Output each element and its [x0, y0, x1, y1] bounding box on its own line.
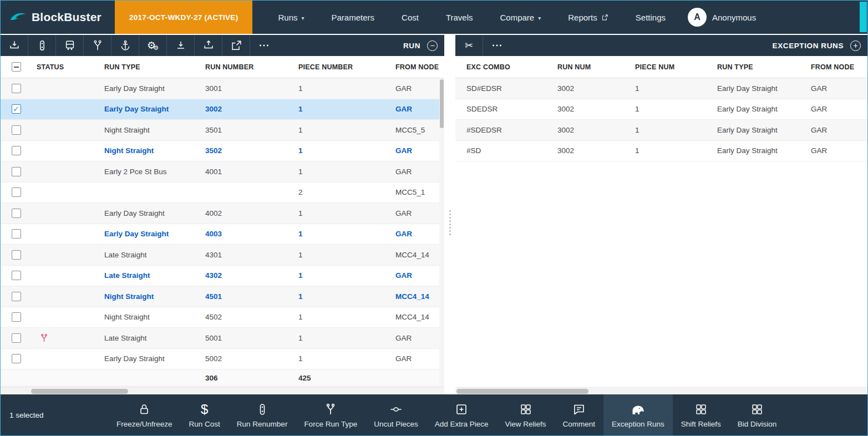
nav-reports[interactable]: Reports [568, 13, 608, 22]
run-number-cell: 3502 [200, 146, 293, 155]
scrollbar-thumb[interactable] [31, 389, 128, 394]
table-row[interactable]: Night Straight 4502 1 MCC4_14 [1, 307, 444, 328]
action-exception-runs[interactable]: Exception Runs [603, 394, 673, 435]
download-icon [175, 39, 187, 52]
column-header-exc-combo[interactable]: EXC COMBO [466, 63, 552, 71]
column-header-piece-num[interactable]: PIECE NUM [630, 63, 712, 71]
column-header-run-num[interactable]: RUN NUM [552, 63, 630, 71]
row-checkbox[interactable] [1, 250, 32, 260]
splitter-grip-icon [449, 210, 451, 235]
table-row[interactable]: Early Day Straight 4002 1 GAR [1, 203, 444, 224]
table-row[interactable]: SD#EDSR 3002 1 Early Day Straight GAR [455, 78, 867, 99]
from-node-cell: GAR [390, 146, 444, 155]
table-row[interactable]: Night Straight 3502 1 GAR [1, 141, 444, 162]
column-header-run-type[interactable]: RUN TYPE [712, 63, 806, 71]
row-checkbox[interactable] [1, 292, 32, 301]
column-header-from-node[interactable]: FROM NODE [390, 63, 444, 71]
vertical-scrollbar[interactable] [439, 78, 444, 386]
run-num-cell: 3002 [552, 126, 630, 134]
run-type-cell: Night Straight [99, 313, 200, 321]
row-checkbox[interactable] [1, 187, 32, 197]
table-row[interactable]: Night Straight 3501 1 MCC5_5 [1, 120, 444, 141]
row-checkbox[interactable] [1, 104, 32, 114]
row-checkbox[interactable] [1, 354, 32, 363]
column-header-piece-number[interactable]: PIECE NUMBER [293, 63, 390, 71]
action-view-reliefs[interactable]: View Reliefs [497, 394, 555, 435]
action-freeze-unfreeze[interactable]: Freeze/Unfreeze [108, 394, 181, 435]
run-type-cell: Early 2 Pce St Bus [99, 168, 200, 176]
add-exception-run-button[interactable]: + [850, 40, 861, 51]
table-row[interactable]: Early Day Straight 3001 1 GAR [1, 78, 444, 99]
nav-runs[interactable]: Runs▾ [278, 13, 304, 22]
scrollbar-thumb[interactable] [456, 389, 588, 394]
column-header-run-type[interactable]: RUN TYPE [99, 63, 200, 71]
anchor-tool-button[interactable] [111, 35, 139, 56]
table-row[interactable]: Late Straight 4302 1 GAR [1, 266, 444, 287]
more-button[interactable] [250, 35, 278, 56]
select-all-checkbox[interactable] [1, 62, 32, 72]
horizontal-scrollbar[interactable] [1, 387, 444, 394]
user-menu[interactable]: A Anonymous [688, 8, 756, 27]
row-checkbox[interactable] [1, 84, 32, 93]
table-row[interactable]: #SD 3002 1 Early Day Straight GAR [455, 141, 867, 162]
table-row[interactable]: SDEDSR 3002 1 Early Day Straight GAR [455, 99, 867, 120]
exception-panel-title: EXCEPTION RUNS [773, 42, 844, 50]
open-external-button[interactable] [222, 35, 250, 56]
row-checkbox[interactable] [1, 125, 32, 135]
anchor-icon [119, 39, 131, 52]
action-run-renumber[interactable]: Run Renumber [229, 394, 296, 435]
nav-compare[interactable]: Compare▾ [500, 13, 541, 22]
run-type-cell: Late Straight [99, 271, 200, 280]
force-run-type-tool-button[interactable] [84, 35, 111, 56]
action-bid-division[interactable]: Bid Division [729, 394, 785, 435]
table-row[interactable]: 2 MCC5_1 [1, 182, 444, 204]
gears-tool-button[interactable]: ⚙⚙ [139, 35, 167, 56]
table-row[interactable]: Early Day Straight 4003 1 GAR [1, 224, 444, 245]
active-schedule-button[interactable]: 2017-OCT-WKDY-27 (ACTIVE) [115, 1, 253, 34]
action-add-extra-piece[interactable]: Add Extra Piece [427, 394, 497, 435]
action-run-cost[interactable]: $ Run Cost [181, 394, 229, 435]
nav-label: Travels [446, 13, 473, 22]
row-checkbox[interactable] [1, 312, 32, 322]
collapse-run-panel-button[interactable]: − [427, 40, 438, 51]
row-checkbox[interactable] [1, 229, 32, 239]
bus-tool-button[interactable] [56, 35, 84, 56]
table-row[interactable]: Early 2 Pce St Bus 4001 1 GAR [1, 161, 444, 182]
column-header-status[interactable]: STATUS [32, 63, 99, 71]
cut-button[interactable]: ✂ [455, 35, 483, 56]
row-checkbox[interactable] [1, 333, 32, 343]
nav-cost[interactable]: Cost [402, 13, 419, 22]
scrollbar-thumb[interactable] [440, 79, 444, 128]
run-number-cell: 4302 [200, 271, 293, 280]
row-checkbox[interactable] [1, 167, 32, 176]
table-row-selected[interactable]: Early Day Straight 3002 1 GAR [1, 99, 444, 120]
run-number-cell: 4301 [200, 251, 293, 259]
run-panel-title: RUN [403, 42, 420, 50]
exception-toolbar: ✂ EXCEPTION RUNS + [455, 35, 867, 56]
run-renumber-tool-button[interactable] [28, 35, 56, 56]
table-row[interactable]: Night Straight 4501 1 MCC4_14 [1, 286, 444, 307]
table-row[interactable]: #SDEDSR 3002 1 Early Day Straight GAR [455, 120, 867, 141]
nav-parameters[interactable]: Parameters [332, 13, 375, 22]
row-checkbox[interactable] [1, 146, 32, 155]
brand[interactable]: BlockBuster [1, 11, 115, 24]
action-uncut-pieces[interactable]: Uncut Pieces [366, 394, 427, 435]
action-comment[interactable]: Comment [555, 394, 604, 435]
row-checkbox[interactable] [1, 209, 32, 218]
horizontal-scrollbar[interactable] [455, 387, 867, 394]
column-header-run-number[interactable]: RUN NUMBER [200, 63, 293, 71]
table-row[interactable]: Late Straight 5001 1 GAR [1, 328, 444, 349]
panel-splitter[interactable] [444, 56, 455, 394]
table-row[interactable]: Early Day Straight 5002 1 GAR [1, 349, 444, 370]
import-button[interactable] [1, 35, 28, 56]
action-force-run-type[interactable]: Force Run Type [296, 394, 366, 435]
nav-settings[interactable]: Settings [636, 13, 666, 22]
action-shift-reliefs[interactable]: Shift Reliefs [673, 394, 729, 435]
nav-travels[interactable]: Travels [446, 13, 473, 22]
more-button[interactable] [483, 35, 511, 56]
column-header-from-node[interactable]: FROM NODE [806, 63, 867, 71]
export-button[interactable] [195, 35, 222, 56]
download-button[interactable] [167, 35, 195, 56]
table-row[interactable]: Late Straight 4301 1 MCC4_14 [1, 245, 444, 266]
row-checkbox[interactable] [1, 271, 32, 280]
